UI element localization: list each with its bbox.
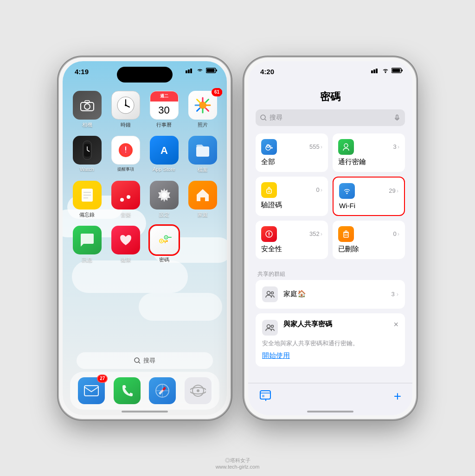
security-label: 安全性 — [261, 245, 322, 254]
dock-safari[interactable] — [149, 377, 176, 404]
svg-point-40 — [135, 358, 139, 362]
app-watch[interactable]: Watch — [70, 136, 104, 173]
phone-1: 4:19 相機 — [59, 57, 231, 419]
svg-rect-42 — [84, 386, 98, 396]
svg-point-12 — [125, 104, 127, 106]
svg-rect-4 — [216, 70, 218, 71]
svg-line-57 — [265, 119, 266, 121]
app-photos[interactable]: 照片 — [186, 91, 219, 128]
music-icon — [111, 181, 140, 209]
reminders-label: 提醒事項 — [117, 166, 134, 172]
status-time-2: 4:20 — [260, 68, 274, 76]
card-passkey[interactable]: 3 › 通行密鑰 — [333, 133, 405, 172]
svg-rect-49 — [371, 70, 373, 73]
passwords-label: 密碼 — [159, 256, 169, 263]
app-reminders[interactable]: 2 提醒事項 — [109, 136, 142, 173]
close-button[interactable]: × — [393, 320, 398, 330]
svg-point-48 — [197, 389, 199, 392]
svg-point-71 — [269, 235, 270, 236]
dock-phone[interactable] — [114, 377, 141, 404]
passkey-label: 通行密鑰 — [338, 158, 399, 166]
reminders-icon — [111, 136, 140, 165]
status-bar-1: 4:19 — [63, 61, 227, 86]
card-deleted[interactable]: 0 › 已刪除 — [333, 221, 405, 259]
battery-icon-2 — [392, 68, 403, 73]
dock-mail[interactable]: 27 — [78, 377, 105, 404]
svg-point-78 — [271, 292, 274, 294]
add-button[interactable]: + — [394, 389, 401, 404]
wifi-icon-2 — [382, 68, 389, 73]
app-grid: 相機 時鐘 週二 30 6 行事曆 — [70, 91, 219, 263]
passwords-screen: 4:20 密碼 搜尋 — [248, 61, 412, 415]
home-icon — [188, 181, 217, 209]
status-time-1: 4:19 — [75, 68, 89, 76]
health-icon — [111, 226, 140, 254]
app-music[interactable]: 音樂 — [109, 181, 142, 218]
app-files[interactable]: 檔案 — [186, 136, 219, 173]
phone-2-screen: 4:20 密碼 搜尋 — [248, 61, 412, 415]
photos-label: 照片 — [198, 121, 208, 128]
phone-2: 4:20 密碼 搜尋 — [244, 57, 416, 419]
svg-rect-58 — [396, 115, 398, 119]
app-calendar[interactable]: 週二 30 6 行事曆 — [147, 91, 181, 128]
search-bar[interactable]: 搜尋 — [77, 352, 213, 369]
home-label: 家庭 — [198, 211, 208, 218]
app-messages[interactable]: 61 訊息 — [70, 226, 104, 263]
family-group-icon — [262, 286, 278, 302]
family-group-item[interactable]: 家庭🏠 3 › — [256, 280, 405, 309]
toolbar-left-icon[interactable] — [259, 389, 271, 404]
settings-icon — [150, 181, 179, 209]
app-camera[interactable]: 相機 — [70, 91, 104, 128]
verify-label: 驗證碼 — [261, 201, 322, 209]
svg-rect-39 — [168, 237, 172, 238]
appstore-label: App Store — [153, 166, 175, 172]
card-security[interactable]: 352 › 安全性 — [256, 221, 328, 259]
all-icon — [261, 139, 277, 155]
search-placeholder-2: 搜尋 — [270, 114, 391, 122]
share-description: 安全地與家人共享密碼和通行密鑰。 — [262, 339, 398, 348]
passwords-icon: 🗝️ — [150, 226, 179, 254]
svg-rect-55 — [392, 69, 400, 72]
share-family-card: 與家人共享密碼 × 安全地與家人共享密碼和通行密鑰。 開始使用 — [256, 313, 405, 367]
app-appstore[interactable]: A App Store — [147, 136, 181, 173]
camera-icon — [73, 91, 102, 120]
svg-point-77 — [267, 291, 270, 294]
svg-rect-51 — [376, 69, 378, 73]
microphone-icon — [394, 114, 400, 121]
deleted-icon — [338, 226, 354, 242]
app-notes[interactable]: 備忘錄 — [70, 181, 104, 218]
app-clock[interactable]: 時鐘 — [109, 91, 142, 128]
camera-label: 相機 — [82, 121, 92, 128]
svg-point-65 — [344, 144, 348, 147]
passkey-icon — [338, 139, 354, 155]
phone-1-screen: 4:19 相機 — [63, 61, 227, 415]
messages-icon — [73, 226, 102, 254]
verify-icon — [261, 182, 277, 198]
security-count: 352 › — [309, 230, 322, 237]
dock-astro[interactable] — [185, 377, 212, 404]
messages-badge: 61 — [212, 88, 222, 96]
search-icon — [134, 357, 141, 364]
app-passwords[interactable]: 🗝️ 密碼 — [147, 226, 181, 263]
svg-point-67 — [269, 190, 270, 192]
deleted-label: 已刪除 — [338, 245, 399, 254]
calendar-icon: 週二 30 — [150, 91, 179, 120]
app-health[interactable]: 健康 — [109, 226, 142, 263]
card-all[interactable]: 555 › 全部 — [256, 133, 328, 172]
cloud-4 — [72, 260, 188, 293]
files-icon — [188, 136, 217, 165]
card-wifi[interactable]: 29 › Wi-Fi — [333, 177, 405, 216]
app-home[interactable]: 2 家庭 — [186, 181, 219, 218]
get-started-button[interactable]: 開始使用 — [262, 351, 398, 360]
notes-icon — [73, 181, 102, 209]
watch-label: Watch — [80, 166, 94, 172]
svg-rect-8 — [85, 101, 90, 103]
wifi-count: 29 › — [389, 187, 398, 194]
page-title: 密碼 — [256, 86, 405, 109]
svg-text:🗝️: 🗝️ — [157, 233, 171, 247]
signal-icon — [186, 68, 194, 73]
search-bar-2[interactable]: 搜尋 — [256, 109, 405, 126]
svg-rect-72 — [344, 233, 348, 237]
card-verify[interactable]: 0 › 驗證碼 — [256, 177, 328, 216]
app-settings[interactable]: 1 設定 — [147, 181, 181, 218]
